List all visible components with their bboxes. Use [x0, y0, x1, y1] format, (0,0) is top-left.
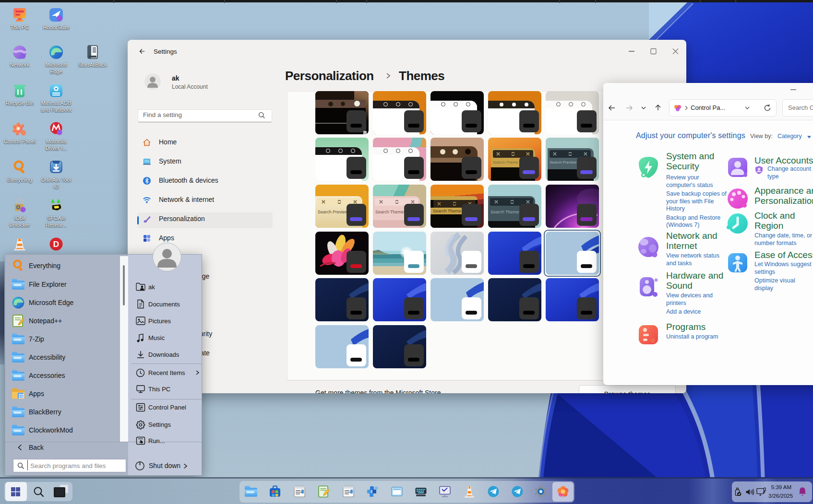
svg-text:D: D [53, 240, 59, 249]
